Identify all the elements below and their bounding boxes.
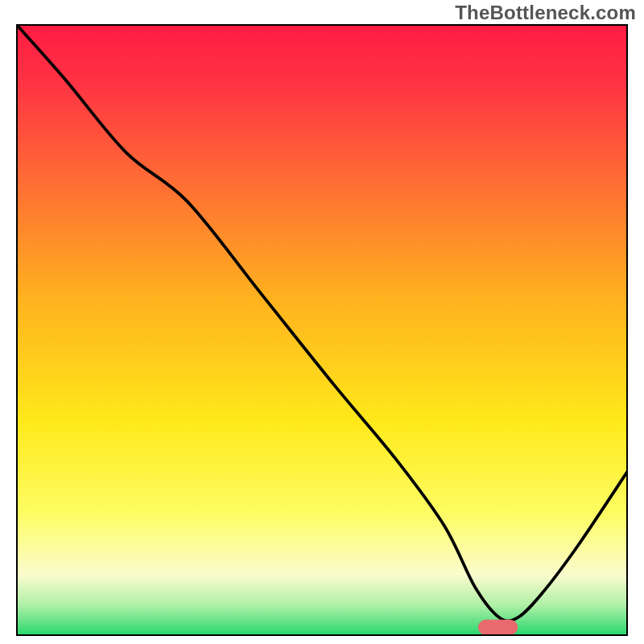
chart-container: TheBottleneck.com xyxy=(0,0,644,644)
plot-frame xyxy=(16,24,628,636)
watermark-text: TheBottleneck.com xyxy=(455,2,636,24)
gradient-background xyxy=(16,24,628,636)
plot-svg xyxy=(16,24,628,636)
optimal-range-marker xyxy=(478,620,518,635)
